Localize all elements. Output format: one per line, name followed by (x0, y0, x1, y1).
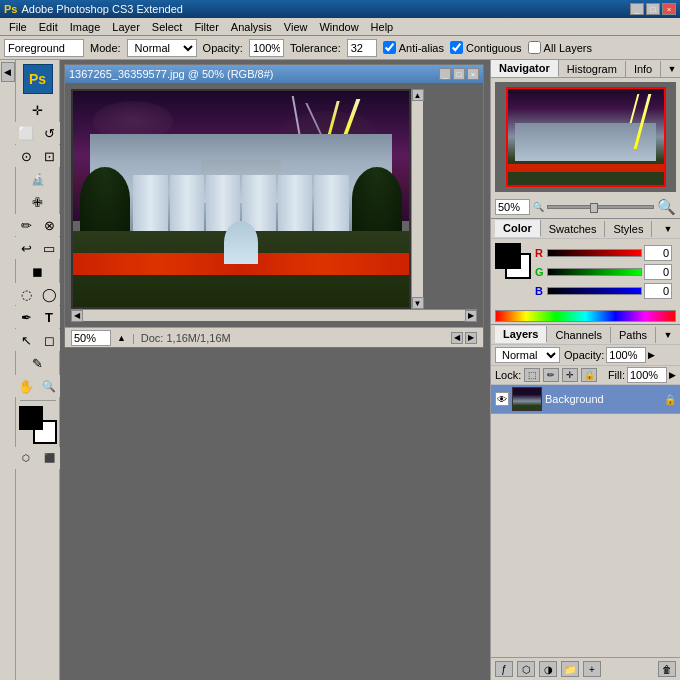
lock-image[interactable]: ✏ (543, 368, 559, 382)
canvas-area[interactable]: 1367265_36359577.jpg @ 50% (RGB/8#) _ □ … (60, 60, 490, 680)
status-arrow-right[interactable]: ▶ (465, 332, 477, 344)
lock-position[interactable]: ✛ (562, 368, 578, 382)
close-button[interactable]: × (662, 3, 676, 15)
layer-delete-btn[interactable]: 🗑 (658, 661, 676, 677)
navigator-image[interactable] (506, 87, 666, 187)
color-selector[interactable] (19, 406, 57, 444)
opacity-input[interactable] (606, 347, 646, 363)
clone-stamp-tool[interactable]: ⊗ (38, 214, 60, 236)
layer-row-background[interactable]: 👁 Background 🔒 (491, 385, 680, 414)
tab-color[interactable]: Color (495, 220, 541, 237)
navigator-collapse[interactable]: ▼ (666, 63, 678, 75)
tolerance-input[interactable] (347, 39, 377, 57)
tool-preset-picker[interactable]: Foreground (4, 39, 84, 57)
layer-styles-btn[interactable]: ƒ (495, 661, 513, 677)
menu-edit[interactable]: Edit (34, 20, 63, 34)
opacity-arrow[interactable]: ▶ (648, 350, 655, 360)
anti-alias-checkbox[interactable] (383, 41, 396, 54)
doc-maximize[interactable]: □ (453, 68, 465, 80)
lasso-tool[interactable]: ↺ (38, 122, 60, 144)
quick-select-tool[interactable]: ⊙ (15, 145, 37, 167)
r-slider[interactable] (547, 249, 642, 257)
fill-input[interactable] (627, 367, 667, 383)
blend-mode-dropdown[interactable]: Normal (495, 347, 560, 363)
fg-swatch[interactable] (495, 243, 521, 269)
minimize-button[interactable]: _ (630, 3, 644, 15)
contiguous-checkbox[interactable] (450, 41, 463, 54)
tab-layers[interactable]: Layers (495, 326, 547, 343)
scroll-down[interactable]: ▼ (412, 297, 424, 309)
dodge-tool[interactable]: ◯ (38, 283, 60, 305)
b-slider[interactable] (547, 287, 642, 295)
lock-transparent[interactable]: ⬚ (524, 368, 540, 382)
shape-tool[interactable]: ◻ (38, 329, 60, 351)
h-scrollbar[interactable]: ◀ ▶ (71, 309, 477, 321)
status-arrow-left[interactable]: ◀ (451, 332, 463, 344)
tab-styles[interactable]: Styles (605, 221, 652, 237)
layers-collapse[interactable]: ▼ (662, 329, 674, 341)
eyedropper-tool[interactable]: 🔬 (27, 168, 49, 190)
r-value[interactable] (644, 245, 672, 261)
menu-file[interactable]: File (4, 20, 32, 34)
layer-mask-btn[interactable]: ⬡ (517, 661, 535, 677)
layer-visibility-eye[interactable]: 👁 (495, 392, 509, 406)
lock-all[interactable]: 🔒 (581, 368, 597, 382)
layer-group-btn[interactable]: 📁 (561, 661, 579, 677)
foreground-color-swatch[interactable] (19, 406, 43, 430)
zoom-tool[interactable]: 🔍 (38, 375, 60, 397)
tab-swatches[interactable]: Swatches (541, 221, 606, 237)
menu-analysis[interactable]: Analysis (226, 20, 277, 34)
maximize-button[interactable]: □ (646, 3, 660, 15)
anti-alias-group[interactable]: Anti-alias (383, 41, 444, 54)
nav-slider-thumb[interactable] (590, 203, 598, 213)
menu-select[interactable]: Select (147, 20, 188, 34)
marquee-rect-tool[interactable]: ⬜ (15, 122, 37, 144)
zoom-up-btn[interactable]: ▲ (117, 333, 126, 343)
gradient-tool[interactable]: ◼ (27, 260, 49, 282)
scroll-up[interactable]: ▲ (412, 89, 424, 101)
opacity-input[interactable] (249, 39, 284, 57)
menu-filter[interactable]: Filter (189, 20, 223, 34)
hand-tool[interactable]: ✋ (15, 375, 37, 397)
tab-histogram[interactable]: Histogram (559, 61, 626, 77)
zoom-input[interactable] (71, 330, 111, 346)
notes-tool[interactable]: ✎ (27, 352, 49, 374)
layer-adj-btn[interactable]: ◑ (539, 661, 557, 677)
tab-paths[interactable]: Paths (611, 327, 656, 343)
menu-view[interactable]: View (279, 20, 313, 34)
brush-tool[interactable]: ✏ (15, 214, 37, 236)
nav-zoom-input[interactable] (495, 199, 530, 215)
all-layers-checkbox[interactable] (528, 41, 541, 54)
left-panel-toggle[interactable]: ◀ (1, 62, 15, 82)
tab-navigator[interactable]: Navigator (491, 60, 559, 77)
preset-dropdown[interactable]: Foreground (4, 39, 84, 57)
g-value[interactable] (644, 264, 672, 280)
quick-mask-button[interactable]: ⬡ (15, 447, 37, 469)
g-slider[interactable] (547, 268, 642, 276)
doc-minimize[interactable]: _ (439, 68, 451, 80)
color-collapse[interactable]: ▼ (662, 223, 674, 235)
menu-window[interactable]: Window (314, 20, 363, 34)
history-brush-tool[interactable]: ↩ (15, 237, 37, 259)
tab-info[interactable]: Info (626, 61, 661, 77)
menu-help[interactable]: Help (366, 20, 399, 34)
color-spectrum[interactable] (495, 310, 676, 322)
path-select-tool[interactable]: ↖ (15, 329, 37, 351)
fill-arrow[interactable]: ▶ (669, 370, 676, 380)
v-scrollbar[interactable]: ▲ ▼ (411, 89, 423, 309)
layer-new-btn[interactable]: + (583, 661, 601, 677)
document-canvas[interactable] (71, 89, 411, 309)
all-layers-group[interactable]: All Layers (528, 41, 592, 54)
crop-tool[interactable]: ⊡ (38, 145, 60, 167)
move-tool[interactable]: ✛ (27, 99, 49, 121)
scroll-left[interactable]: ◀ (71, 310, 83, 322)
tab-channels[interactable]: Channels (547, 327, 610, 343)
contiguous-group[interactable]: Contiguous (450, 41, 522, 54)
blur-tool[interactable]: ◌ (15, 283, 37, 305)
healing-tool[interactable]: ✙ (27, 191, 49, 213)
pen-tool[interactable]: ✒ (15, 306, 37, 328)
menu-image[interactable]: Image (65, 20, 106, 34)
doc-close[interactable]: × (467, 68, 479, 80)
scroll-right[interactable]: ▶ (465, 310, 477, 322)
mode-dropdown[interactable]: Normal (127, 39, 197, 57)
